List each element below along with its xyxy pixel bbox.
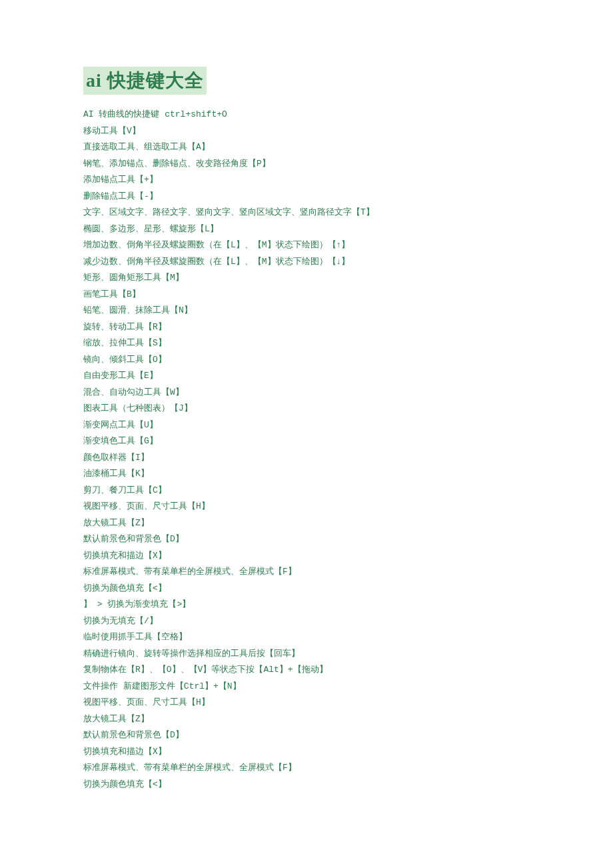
shortcut-line: 钢笔、添加锚点、删除锚点、改变路径角度【P】 [83, 156, 530, 173]
shortcut-line: 增加边数、倒角半径及螺旋圈数（在【L】、【M】状态下绘图）【↑】 [83, 237, 530, 254]
shortcut-line: 颜色取样器【I】 [83, 450, 530, 467]
shortcut-line: 移动工具【V】 [83, 123, 530, 140]
shortcut-line: 删除锚点工具【-】 [83, 189, 530, 205]
shortcut-line: 视图平移、页面、尺寸工具【H】 [83, 695, 530, 711]
shortcut-line: 标准屏幕模式、带有菜单栏的全屏模式、全屏模式【F】 [83, 564, 530, 581]
shortcut-line: 铅笔、圆滑、抹除工具【N】 [83, 303, 530, 319]
shortcut-line: 直接选取工具、组选取工具【A】 [83, 139, 530, 156]
shortcut-line: 镜向、倾斜工具【O】 [83, 352, 530, 369]
shortcut-line: 切换为颜色填充【<】 [83, 581, 530, 597]
shortcut-line: 自由变形工具【E】 [83, 368, 530, 385]
shortcut-line: 旋转、转动工具【R】 [83, 319, 530, 336]
shortcut-line: 剪刀、餐刀工具【C】 [83, 483, 530, 499]
shortcut-line: 图表工具（七种图表）【J】 [83, 401, 530, 417]
shortcut-line: 标准屏幕模式、带有菜单栏的全屏模式、全屏模式【F】 [83, 760, 530, 777]
shortcut-line: 视图平移、页面、尺寸工具【H】 [83, 499, 530, 515]
shortcut-line: 渐变网点工具【U】 [83, 417, 530, 434]
shortcut-line: 混合、自动勾边工具【W】 [83, 385, 530, 401]
shortcut-line: 渐变填色工具【G】 [83, 433, 530, 450]
shortcut-line: 复制物体在【R】、【O】、【V】等状态下按【Alt】+【拖动】 [83, 662, 530, 679]
shortcut-list: AI 转曲线的快捷键 ctrl+shift+O移动工具【V】直接选取工具、组选取… [83, 107, 530, 793]
shortcut-line: 减少边数、倒角半径及螺旋圈数（在【L】、【M】状态下绘图）【↓】 [83, 254, 530, 271]
shortcut-line: 默认前景色和背景色【D】 [83, 727, 530, 744]
shortcut-line: 】 > 切换为渐变填充【>】 [83, 597, 530, 613]
shortcut-line: 放大镜工具【Z】 [83, 711, 530, 728]
shortcut-line: 切换为无填充【/】 [83, 613, 530, 630]
shortcut-line: 画笔工具【B】 [83, 287, 530, 303]
shortcut-line: 添加锚点工具【+】 [83, 172, 530, 189]
shortcut-line: 放大镜工具【Z】 [83, 515, 530, 532]
page-title: ai 快捷键大全 [83, 67, 207, 95]
shortcut-line: 临时使用抓手工具【空格】 [83, 629, 530, 646]
shortcut-line: 文字、区域文字、路径文字、竖向文字、竖向区域文字、竖向路径文字【T】 [83, 205, 530, 221]
shortcut-line: 默认前景色和背景色【D】 [83, 531, 530, 548]
shortcut-line: 精确进行镜向、旋转等操作选择相应的工具后按【回车】 [83, 646, 530, 663]
shortcut-line: 椭圆、多边形、星形、螺旋形【L】 [83, 221, 530, 238]
shortcut-line: 切换填充和描边【X】 [83, 548, 530, 565]
shortcut-line: 切换为颜色填充【<】 [83, 777, 530, 793]
shortcut-line: 文件操作 新建图形文件【Ctrl】+【N】 [83, 679, 530, 695]
shortcut-line: AI 转曲线的快捷键 ctrl+shift+O [83, 107, 530, 123]
shortcut-line: 缩放、拉伸工具【S】 [83, 335, 530, 352]
shortcut-line: 矩形、圆角矩形工具【M】 [83, 270, 530, 287]
shortcut-line: 切换填充和描边【X】 [83, 744, 530, 761]
shortcut-line: 油漆桶工具【K】 [83, 466, 530, 483]
